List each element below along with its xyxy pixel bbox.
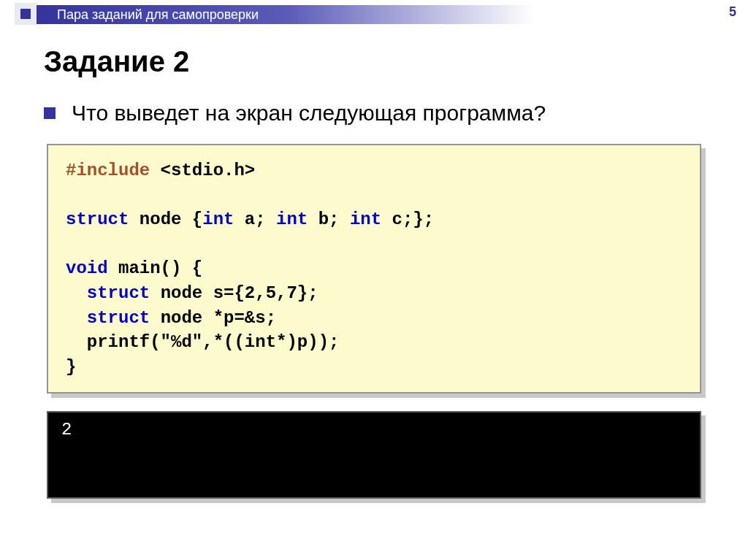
kw-int: int <box>202 210 234 229</box>
kw-struct: struct <box>87 308 150 328</box>
kw-int: int <box>276 210 308 229</box>
header-bar: Пара заданий для самопроверки <box>37 5 748 24</box>
question-row: Что выведет на экран следующая программа… <box>44 100 704 126</box>
code-t: c;}; <box>381 210 434 229</box>
code-indent <box>66 308 87 328</box>
code-printf: printf("%d",*((int*)p)); <box>66 332 339 352</box>
code-block: #include <stdio.h> struct node {int a; i… <box>47 144 701 394</box>
bullet-icon <box>44 107 56 119</box>
code-t: node { <box>129 210 202 229</box>
kw-int: int <box>350 210 381 229</box>
output-block: 2 <box>47 411 701 499</box>
logo-inner-square <box>20 9 31 19</box>
kw-struct: struct <box>66 210 129 229</box>
slide-header: Пара заданий для самопроверки 5 <box>0 0 748 25</box>
slide-content: Задание 2 Что выведет на экран следующая… <box>0 25 748 499</box>
code-t: main() { <box>108 258 203 278</box>
question-text: Что выведет на экран следующая программа… <box>72 100 546 126</box>
page-number: 5 <box>729 4 736 20</box>
kw-include: #include <box>66 161 150 180</box>
code-t: node s={2,5,7}; <box>150 283 318 303</box>
code-indent <box>66 283 87 303</box>
code-t: a; <box>234 210 276 229</box>
code-header: <stdio.h> <box>150 161 255 180</box>
kw-void: void <box>66 258 108 278</box>
header-subtitle: Пара заданий для самопроверки <box>57 7 259 23</box>
page-title: Задание 2 <box>44 45 704 78</box>
code-close: } <box>66 357 76 377</box>
logo-outer-square <box>15 3 37 25</box>
kw-struct: struct <box>87 283 150 303</box>
code-t: b; <box>308 210 350 229</box>
output-text: 2 <box>61 420 72 440</box>
code-t: node *p=&s; <box>150 308 276 328</box>
